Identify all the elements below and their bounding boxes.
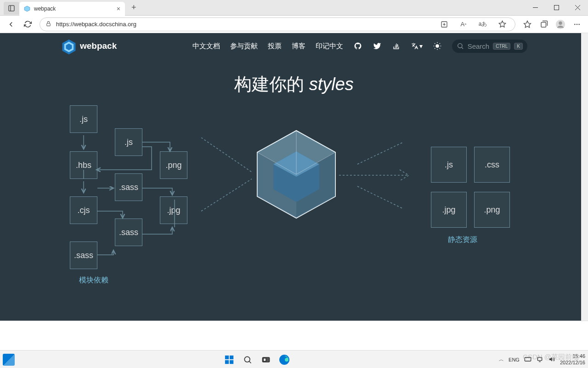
tab-actions-icon[interactable] [4,2,19,15]
svg-line-43 [201,138,252,172]
output-js: .js [431,147,467,183]
text-size-icon[interactable]: A» [456,17,471,32]
search-box[interactable]: Search CTRL K [452,40,527,53]
tray-lang[interactable]: ENG [509,357,520,362]
tray-date[interactable]: 2022/12/16 [560,360,585,366]
twitter-icon[interactable] [373,41,382,51]
taskview-icon[interactable] [259,352,273,367]
tab-title: webpack [34,6,113,12]
diagram: .js .js .png .hbs .sass .cjs .jpg .sass … [0,101,588,312]
start-icon[interactable] [222,352,237,367]
logo-text: webpack [80,41,117,51]
svg-line-26 [439,48,440,49]
svg-point-16 [574,23,576,25]
refresh-button[interactable] [20,17,35,32]
svg-rect-13 [541,22,546,27]
browser-toolbar: https://webpack.docschina.org A» aあ [0,16,588,33]
svg-point-17 [577,23,578,25]
svg-marker-60 [549,357,552,361]
nav-docs[interactable]: 中文文档 [192,42,220,51]
search-icon [457,42,464,50]
minimize-button[interactable] [525,0,546,16]
output-png: .png [474,192,510,228]
lock-icon [45,21,51,28]
tray-input-icon[interactable] [524,356,531,363]
browser-titlebar: webpack × + [0,0,588,16]
caption-assets: 静态资源 [448,235,477,245]
svg-rect-0 [9,6,14,11]
profile-icon[interactable] [553,17,568,32]
tray-volume-icon[interactable] [548,356,555,363]
kbd-ctrl: CTRL [493,43,510,50]
hero-title: 构建你的 styles [0,73,588,96]
webpack-logo[interactable]: webpack [61,39,117,53]
search-label: Search [468,42,490,50]
back-button[interactable] [4,17,18,32]
tray-chevron-icon[interactable]: ︿ [499,356,504,363]
svg-line-29 [435,48,435,49]
svg-rect-57 [525,357,531,361]
language-selector[interactable]: ▾ [411,42,423,50]
taskbar: ︿ ENG 15:46 2022/12/16 [0,350,588,368]
svg-point-52 [244,356,250,362]
svg-point-15 [559,21,562,24]
svg-rect-50 [225,360,229,363]
svg-point-18 [578,23,580,25]
svg-marker-2 [24,6,30,12]
hero-prefix: 构建你的 [234,75,309,94]
flow-arrows [201,138,413,220]
nav-vote[interactable]: 投票 [268,42,282,51]
svg-rect-51 [230,360,233,363]
tray-network-icon[interactable] [536,356,543,363]
svg-marker-11 [499,21,505,27]
logo-cube-icon [61,39,75,53]
window-controls [525,0,588,16]
svg-line-47 [357,186,403,209]
address-bar[interactable]: https://webpack.docschina.org A» aあ [40,17,515,31]
svg-point-31 [458,44,462,48]
hero-accent: styles [309,75,354,94]
maximize-button[interactable] [546,0,567,16]
svg-point-22 [435,44,439,48]
favorite-icon[interactable] [495,17,509,32]
svg-line-46 [357,142,403,164]
svg-line-32 [462,47,463,49]
nav-blog[interactable]: 博客 [292,42,305,51]
kbd-k: K [514,43,523,50]
nav-yinji[interactable]: 印记中文 [316,42,343,51]
tab-favicon-icon [24,6,30,12]
widgets-icon[interactable] [3,354,15,366]
nav-links: 中文文档 参与贡献 投票 博客 印记中文 ▾ Search CTRL K [192,40,527,53]
svg-rect-58 [537,357,542,361]
browser-tab[interactable]: webpack × [19,2,125,16]
edge-icon[interactable] [277,352,292,367]
svg-rect-48 [225,355,229,359]
theme-toggle-icon[interactable] [433,41,442,51]
close-window-button[interactable] [567,0,588,16]
tray-time[interactable]: 15:46 [560,353,585,359]
svg-rect-4 [554,6,559,10]
page-content: webpack 中文文档 参与贡献 投票 博客 印记中文 ▾ Search CT… [0,33,588,321]
favorites-bar-icon[interactable] [520,17,535,32]
search-task-icon[interactable] [240,352,255,367]
svg-rect-7 [47,23,51,25]
svg-line-25 [435,43,435,44]
svg-rect-55 [263,358,266,361]
output-css: .css [474,147,510,183]
stackoverflow-icon[interactable] [392,41,401,51]
dependency-arrows [69,103,193,273]
site-header: webpack 中文文档 参与贡献 投票 博客 印记中文 ▾ Search CT… [0,33,588,59]
svg-line-44 [201,179,252,211]
new-tab-button[interactable]: + [128,3,140,12]
close-icon[interactable]: × [117,5,120,12]
svg-line-53 [249,361,251,363]
nav-contribute[interactable]: 参与贡献 [230,42,258,51]
app-install-icon[interactable] [437,17,452,32]
svg-marker-12 [524,21,531,27]
menu-icon[interactable] [570,17,584,32]
translate-icon[interactable]: aあ [475,17,490,32]
github-icon[interactable] [353,41,362,51]
caption-modules: 模块依赖 [79,276,108,285]
svg-rect-49 [230,355,233,359]
collections-icon[interactable] [537,17,551,32]
